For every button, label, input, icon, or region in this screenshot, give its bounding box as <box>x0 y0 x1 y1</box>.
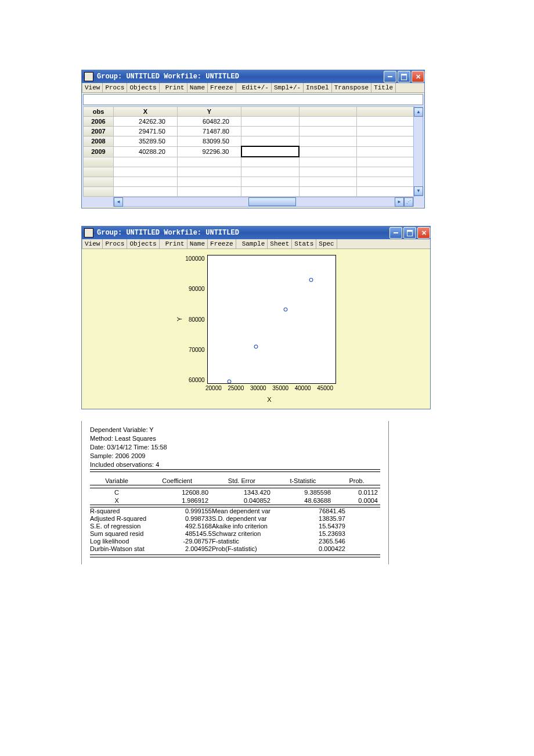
cell[interactable] <box>357 127 415 136</box>
toolbar-freeze[interactable]: Freeze <box>208 239 236 249</box>
minimize-button[interactable] <box>384 71 396 82</box>
data-table: obsXY 200624262.3060482.20200729471.5071… <box>83 106 415 197</box>
toolbar-title[interactable]: Title <box>371 83 396 92</box>
window-title: Group: UNTITLED Workfile: UNTITLED <box>97 229 239 237</box>
row-header[interactable]: 2008 <box>84 136 114 147</box>
scroll-thumb[interactable] <box>248 197 296 206</box>
regression-header: Dependent Variable: YMethod: Least Squar… <box>90 426 380 469</box>
resize-grip-icon[interactable]: ⋰ <box>404 197 413 207</box>
cell[interactable]: 29471.50 <box>114 127 178 136</box>
table-row: 200940288.2092296.30 <box>84 146 415 157</box>
titlebar[interactable]: Group: UNTITLED Workfile: UNTITLED <box>82 226 430 239</box>
close-button[interactable] <box>412 71 424 82</box>
cell[interactable] <box>299 117 357 127</box>
cell[interactable] <box>357 136 415 147</box>
scroll-down-icon[interactable]: ▼ <box>414 186 423 196</box>
chart-area: Y 10000090000800007000060000 20000250003… <box>82 249 430 409</box>
x-axis-ticks: 200002500030000350004000045000 <box>205 385 333 391</box>
toolbar-view[interactable]: View <box>82 239 103 249</box>
cell[interactable]: 83099.50 <box>178 136 241 147</box>
row-header[interactable]: 2007 <box>84 127 114 136</box>
toolbar-objects[interactable]: Objects <box>127 83 159 92</box>
toolbar: ViewProcsObjectsPrintNameFreezeEdit+/-Sm… <box>82 83 424 93</box>
cell[interactable] <box>299 146 357 157</box>
cell[interactable]: 40288.20 <box>114 146 178 157</box>
cell[interactable]: 35289.50 <box>114 136 178 147</box>
toolbar-freeze[interactable]: Freeze <box>208 83 236 92</box>
maximize-button[interactable] <box>403 227 416 239</box>
column-header[interactable]: obs <box>84 107 114 117</box>
toolbar: ViewProcsObjectsPrintNameFreezeSampleShe… <box>82 239 430 249</box>
cell[interactable] <box>241 127 300 136</box>
cell[interactable]: 24262.30 <box>114 117 178 127</box>
cell[interactable] <box>241 117 300 127</box>
cell[interactable] <box>241 136 300 147</box>
summary-stats: R-squared0.999155Mean dependent var76841… <box>90 507 380 552</box>
toolbar-spec[interactable]: Spec <box>316 239 337 249</box>
data-point <box>254 344 258 348</box>
vertical-scrollbar[interactable]: ▲ ▼ <box>413 107 423 196</box>
window-title: Group: UNTITLED Workfile: UNTITLED <box>97 73 239 81</box>
toolbar-sample[interactable]: Sample <box>240 239 268 249</box>
table-row: 200729471.5071487.80 <box>84 127 415 136</box>
data-point <box>228 380 232 384</box>
minimize-button[interactable] <box>389 227 402 239</box>
maximize-button[interactable] <box>398 71 410 82</box>
data-point <box>284 307 288 311</box>
toolbar-smpl[interactable]: Smpl+/- <box>272 83 304 92</box>
cell[interactable]: 92296.30 <box>178 146 241 157</box>
cell[interactable]: 60482.20 <box>178 117 241 127</box>
toolbar-name[interactable]: Name <box>187 83 208 92</box>
toolbar-view[interactable]: View <box>82 83 103 92</box>
column-header[interactable]: Y <box>178 107 241 117</box>
coefficient-table: VariableCoefficientStd. Errort-Statistic… <box>90 477 380 505</box>
scatter-plot <box>207 255 336 384</box>
scroll-left-icon[interactable]: ◄ <box>114 197 123 207</box>
toolbar-procs[interactable]: Procs <box>103 83 127 92</box>
app-icon <box>84 228 93 237</box>
row-header[interactable]: 2009 <box>84 146 114 157</box>
x-axis-label: X <box>267 396 271 403</box>
toolbar-objects[interactable]: Objects <box>127 239 159 249</box>
toolbar-print[interactable]: Print <box>163 239 187 249</box>
toolbar-transpose[interactable]: Transpose <box>332 83 371 92</box>
regression-output: Dependent Variable: YMethod: Least Squar… <box>81 421 389 564</box>
toolbar-procs[interactable]: Procs <box>103 239 127 249</box>
group-spreadsheet-window: Group: UNTITLED Workfile: UNTITLED ViewP… <box>81 70 425 208</box>
toolbar-sheet[interactable]: Sheet <box>268 239 292 249</box>
cell[interactable]: 71487.80 <box>178 127 241 136</box>
table-row: 200835289.5083099.50 <box>84 136 415 147</box>
y-axis-ticks: 10000090000800007000060000 <box>185 255 207 383</box>
group-chart-window: Group: UNTITLED Workfile: UNTITLED ViewP… <box>81 226 431 409</box>
column-header[interactable]: X <box>114 107 178 117</box>
toolbar-insdel[interactable]: InsDel <box>304 83 332 92</box>
table-row: 200624262.3060482.20 <box>84 117 415 127</box>
titlebar[interactable]: Group: UNTITLED Workfile: UNTITLED <box>82 70 424 83</box>
scroll-right-icon[interactable]: ► <box>395 197 404 207</box>
horizontal-scrollbar[interactable]: ◄ ► ⋰ <box>113 197 414 207</box>
row-header[interactable]: 2006 <box>84 117 114 127</box>
cell[interactable] <box>299 136 357 147</box>
app-icon <box>84 72 93 81</box>
close-button[interactable] <box>417 227 430 239</box>
data-point <box>309 278 313 282</box>
cell[interactable] <box>357 146 415 157</box>
toolbar-print[interactable]: Print <box>163 83 187 92</box>
toolbar-stats[interactable]: Stats <box>292 239 316 249</box>
sheet-area: obsXY 200624262.3060482.20200729471.5071… <box>82 94 424 207</box>
cell[interactable] <box>357 117 415 127</box>
y-axis-label: Y <box>176 317 183 321</box>
scroll-up-icon[interactable]: ▲ <box>414 107 423 117</box>
cell[interactable] <box>299 127 357 136</box>
edit-bar[interactable] <box>83 94 423 105</box>
toolbar-edit[interactable]: Edit+/- <box>240 83 272 92</box>
toolbar-name[interactable]: Name <box>187 239 208 249</box>
cell[interactable] <box>241 146 300 157</box>
